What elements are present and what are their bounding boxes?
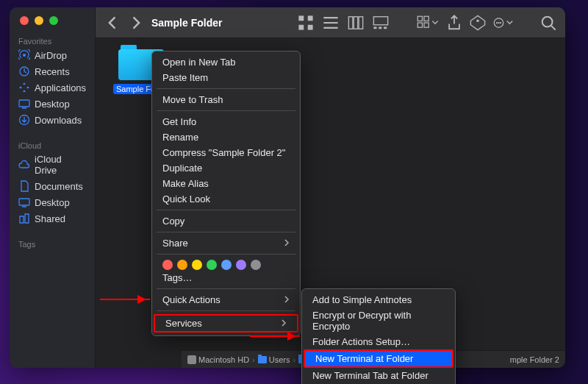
sidebar-item-label: Desktop bbox=[35, 197, 70, 208]
menu-item[interactable]: New Terminal at Folder bbox=[305, 351, 452, 366]
svg-rect-17 bbox=[424, 16, 429, 21]
chevron-right-icon: › bbox=[293, 355, 295, 364]
menu-item[interactable]: Folder Actions Setup… bbox=[302, 334, 455, 349]
menu-item[interactable]: Quick Look bbox=[152, 191, 300, 207]
folder-icon bbox=[258, 356, 267, 363]
menu-item[interactable]: Open in New Tab bbox=[152, 54, 300, 70]
tag-color-dot[interactable] bbox=[236, 260, 246, 270]
icon-view-button[interactable] bbox=[298, 15, 314, 31]
menu-item-label: New Terminal Tab at Folder bbox=[312, 370, 429, 381]
list-view-button[interactable] bbox=[323, 15, 339, 31]
close-window-button[interactable] bbox=[20, 16, 29, 25]
svg-point-23 bbox=[498, 21, 499, 23]
pathbar-label: mple Folder 2 bbox=[510, 355, 559, 364]
window-title: Sample Folder bbox=[151, 17, 222, 29]
svg-rect-7 bbox=[298, 24, 304, 29]
menu-item[interactable]: Tags… bbox=[152, 270, 300, 285]
annotation-highlight: New Terminal at Folder bbox=[304, 349, 453, 368]
toolbar: Sample Folder bbox=[96, 7, 565, 38]
search-button[interactable] bbox=[540, 15, 556, 31]
svg-point-25 bbox=[542, 16, 553, 26]
svg-rect-8 bbox=[308, 24, 313, 29]
menu-item-label: Duplicate bbox=[162, 163, 202, 174]
svg-rect-18 bbox=[417, 23, 422, 27]
menu-item[interactable]: Duplicate bbox=[152, 160, 300, 176]
back-button[interactable] bbox=[104, 15, 121, 31]
pathbar-item[interactable]: mple Folder 2 bbox=[510, 355, 559, 364]
menu-item-label: Folder Actions Setup… bbox=[312, 336, 410, 347]
svg-rect-9 bbox=[348, 16, 353, 29]
tag-color-dot[interactable] bbox=[192, 260, 202, 270]
menu-item-label: Make Alias bbox=[162, 178, 209, 189]
menu-separator bbox=[157, 254, 295, 255]
share-button[interactable] bbox=[446, 15, 462, 31]
svg-rect-6 bbox=[308, 15, 313, 21]
menu-item[interactable]: New Terminal Tab at Folder bbox=[302, 368, 455, 383]
sidebar-item-desktop[interactable]: Desktop bbox=[10, 96, 95, 112]
menu-item[interactable]: Make Alias bbox=[152, 176, 300, 191]
sidebar-item-shared[interactable]: Shared bbox=[10, 210, 95, 227]
context-menu: Open in New TabPaste ItemMove to TrashGe… bbox=[151, 51, 301, 336]
svg-rect-11 bbox=[359, 16, 363, 29]
menu-item[interactable]: Encrypt or Decrypt with Encrypto bbox=[302, 307, 455, 334]
airdrop-icon bbox=[18, 49, 30, 61]
menu-item-label: Services bbox=[165, 318, 202, 329]
svg-rect-14 bbox=[379, 26, 381, 29]
menu-item[interactable]: Add to Simple Antnotes bbox=[302, 292, 455, 307]
window-controls bbox=[20, 16, 58, 25]
svg-rect-10 bbox=[354, 16, 358, 29]
menu-item-label: Add to Simple Antnotes bbox=[312, 294, 412, 305]
gallery-view-button[interactable] bbox=[373, 15, 389, 31]
actions-button[interactable] bbox=[493, 15, 515, 31]
sidebar-item-icloud-drive[interactable]: iCloud Drive bbox=[10, 152, 95, 178]
pathbar-item[interactable]: Users bbox=[258, 355, 290, 364]
doc-icon bbox=[18, 180, 30, 192]
menu-item[interactable]: Rename bbox=[152, 129, 300, 145]
menu-item[interactable]: Compress "Sample Folder 2" bbox=[152, 145, 300, 160]
sidebar-item-label: Desktop bbox=[35, 99, 70, 110]
cloud-icon bbox=[18, 159, 30, 171]
sidebar-item-airdrop[interactable]: AirDrop bbox=[10, 47, 95, 63]
column-view-button[interactable] bbox=[348, 15, 364, 31]
chevron-right-icon bbox=[281, 318, 287, 329]
zoom-window-button[interactable] bbox=[49, 16, 58, 25]
svg-rect-16 bbox=[417, 16, 422, 21]
menu-item-label: Quick Actions bbox=[162, 294, 220, 305]
sidebar-item-downloads[interactable]: Downloads bbox=[10, 112, 95, 128]
menu-item-label: Encrypt or Decrypt with Encrypto bbox=[312, 310, 445, 332]
tags-button[interactable] bbox=[470, 15, 486, 31]
sidebar-item-applications[interactable]: Applications bbox=[10, 79, 95, 96]
menu-item[interactable]: Share bbox=[152, 235, 300, 251]
menu-item-label: Get Info bbox=[162, 116, 196, 127]
svg-rect-4 bbox=[19, 199, 29, 205]
menu-item[interactable]: Quick Actions bbox=[152, 292, 300, 307]
sidebar-item-desktop[interactable]: Desktop bbox=[10, 194, 95, 210]
tag-color-dot[interactable] bbox=[162, 260, 173, 270]
svg-point-0 bbox=[23, 54, 26, 57]
sidebar-item-label: Recents bbox=[35, 66, 70, 77]
pathbar-item[interactable]: Macintosh HD bbox=[187, 355, 249, 364]
sidebar-item-label: Downloads bbox=[35, 115, 82, 126]
sidebar-item-recents[interactable]: Recents bbox=[10, 63, 95, 79]
menu-item[interactable]: Get Info bbox=[152, 114, 300, 129]
sidebar-item-documents[interactable]: Documents bbox=[10, 178, 95, 194]
group-by-button[interactable] bbox=[417, 15, 439, 31]
annotation-highlight: Services bbox=[154, 314, 298, 333]
menu-separator bbox=[157, 232, 295, 232]
menu-item[interactable]: Services bbox=[155, 316, 297, 331]
tag-color-dot[interactable] bbox=[221, 260, 232, 270]
menu-item[interactable]: Move to Trash bbox=[152, 92, 300, 107]
sidebar-item-label: AirDrop bbox=[35, 50, 67, 61]
tag-color-dot[interactable] bbox=[251, 260, 261, 270]
sidebar-section-label: iCloud bbox=[10, 141, 95, 150]
minimize-window-button[interactable] bbox=[35, 16, 43, 25]
sidebar-item-label: iCloud Drive bbox=[35, 154, 86, 176]
svg-point-22 bbox=[496, 21, 498, 23]
tag-color-dot[interactable] bbox=[207, 260, 217, 270]
menu-item[interactable]: Copy bbox=[152, 213, 300, 229]
menu-item[interactable]: Paste Item bbox=[152, 70, 300, 85]
forward-button[interactable] bbox=[128, 15, 144, 31]
svg-point-20 bbox=[476, 19, 479, 22]
annotation-arrow-1 bbox=[100, 299, 150, 300]
tag-color-dot[interactable] bbox=[177, 260, 187, 270]
